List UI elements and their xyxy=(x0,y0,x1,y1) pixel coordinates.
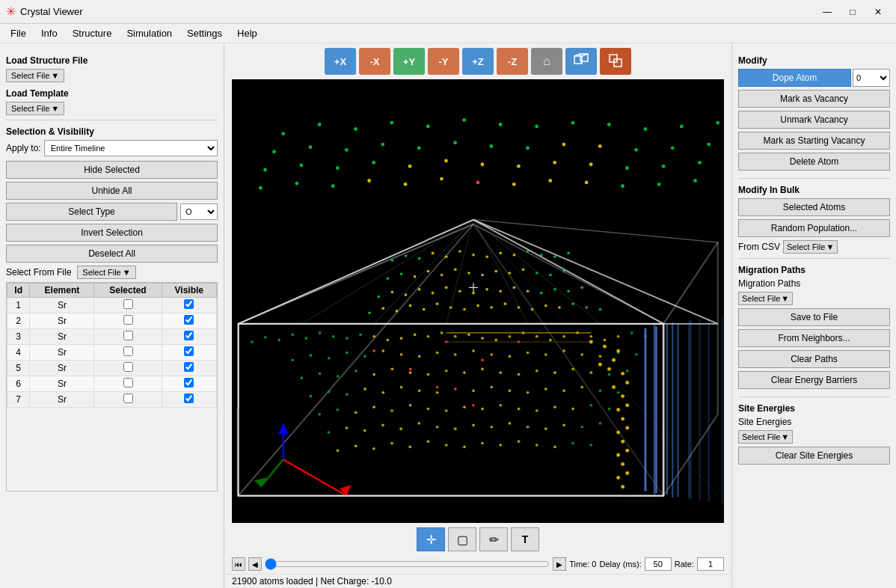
svg-point-240 xyxy=(432,252,435,255)
menu-help[interactable]: Help xyxy=(230,26,265,40)
selected-checkbox[interactable] xyxy=(123,378,133,388)
svg-point-265 xyxy=(377,295,380,298)
ortho-button[interactable] xyxy=(600,48,631,75)
svg-point-264 xyxy=(562,270,565,273)
select-from-file-button[interactable]: Select File ▼ xyxy=(77,266,135,279)
status-bar: 21900 atoms loaded | Net Charge: -10.0 xyxy=(224,574,731,588)
draw-tool-button[interactable]: ✏ xyxy=(479,527,508,551)
invert-selection-button[interactable]: Invert Selection xyxy=(6,224,218,242)
visible-checkbox[interactable] xyxy=(184,378,194,388)
visible-checkbox[interactable] xyxy=(184,393,194,403)
menu-structure[interactable]: Structure xyxy=(65,26,120,40)
migration-file-button[interactable]: Select File ▼ xyxy=(738,292,793,305)
random-population-button[interactable]: Random Population... xyxy=(738,219,890,237)
perspective-button[interactable] xyxy=(565,48,597,75)
select-tool-button[interactable]: ✛ xyxy=(417,527,445,551)
svg-point-8 xyxy=(318,123,322,126)
site-energies-section-label: Site Energies xyxy=(738,403,890,414)
crystal-viewer[interactable] xyxy=(232,79,724,523)
pos-y-button[interactable]: +Y xyxy=(393,48,425,75)
dope-atom-button[interactable]: Dope Atom xyxy=(738,69,851,87)
from-csv-file-button[interactable]: Select File ▼ xyxy=(783,240,838,254)
deselect-all-button[interactable]: Deselect All xyxy=(6,245,218,263)
pos-x-button[interactable]: +X xyxy=(325,48,356,75)
dope-atom-select[interactable]: 0 1 2 xyxy=(853,69,890,87)
svg-point-207 xyxy=(463,446,466,449)
svg-point-90 xyxy=(413,333,416,336)
svg-point-310 xyxy=(616,408,620,411)
svg-point-38 xyxy=(444,159,448,162)
svg-point-33 xyxy=(263,168,267,172)
svg-point-142 xyxy=(518,373,521,376)
timeline-slider[interactable] xyxy=(265,558,550,570)
hide-selected-button[interactable]: Hide Selected xyxy=(6,161,218,179)
svg-point-121 xyxy=(490,353,493,356)
visible-checkbox[interactable] xyxy=(184,362,194,372)
menu-settings[interactable]: Settings xyxy=(179,26,230,40)
site-energies-file-button[interactable]: Select File ▼ xyxy=(738,430,793,444)
delay-input[interactable] xyxy=(645,557,672,571)
visible-checkbox[interactable] xyxy=(184,346,194,356)
svg-point-205 xyxy=(427,440,430,443)
svg-point-214 xyxy=(589,444,592,447)
svg-point-119 xyxy=(454,353,457,356)
neg-x-button[interactable]: -X xyxy=(359,48,390,75)
visible-checkbox[interactable] xyxy=(184,299,194,309)
text-tool-button[interactable]: T xyxy=(511,527,539,551)
svg-point-19 xyxy=(716,121,719,125)
svg-point-178 xyxy=(518,408,521,411)
svg-point-185 xyxy=(346,426,349,429)
atom-table-scroll[interactable]: Id Element Selected Visible 1 Sr 2 Sr 3 xyxy=(6,282,218,491)
clear-paths-button[interactable]: Clear Paths xyxy=(738,350,890,368)
apply-to-dropdown[interactable]: Entire Timeline xyxy=(44,140,218,156)
visible-checkbox[interactable] xyxy=(184,331,194,340)
selected-checkbox[interactable] xyxy=(123,299,133,309)
selected-checkbox[interactable] xyxy=(123,346,133,356)
timeline-play-button[interactable]: ▶ xyxy=(553,557,566,571)
clear-energy-barriers-button[interactable]: Clear Energy Barriers xyxy=(738,371,890,389)
load-template-file-button[interactable]: Select File ▼ xyxy=(6,102,64,115)
home-button[interactable]: ⌂ xyxy=(531,48,562,75)
svg-point-49 xyxy=(367,179,371,183)
selected-checkbox[interactable] xyxy=(123,315,133,325)
maximize-button[interactable]: □ xyxy=(841,4,865,20)
close-button[interactable]: ✕ xyxy=(866,4,890,20)
svg-point-130 xyxy=(300,377,303,380)
neg-y-button[interactable]: -Y xyxy=(428,48,459,75)
minimize-button[interactable]: — xyxy=(815,4,839,20)
pos-z-button[interactable]: +Z xyxy=(462,48,494,75)
svg-point-101 xyxy=(562,335,565,338)
menu-file[interactable]: File xyxy=(3,26,34,40)
unhide-all-button[interactable]: Unhide All xyxy=(6,182,218,200)
timeline-rewind-button[interactable]: ⏮ xyxy=(232,557,245,571)
menu-simulation[interactable]: Simulation xyxy=(119,26,179,40)
neg-z-button[interactable]: -Z xyxy=(497,48,528,75)
mark-start-vacancy-button[interactable]: Mark as Starting Vacancy xyxy=(738,132,890,150)
svg-point-254 xyxy=(427,270,430,273)
delete-atom-button[interactable]: Delete Atom xyxy=(738,153,890,171)
mark-vacancy-button[interactable]: Mark as Vacancy xyxy=(738,90,890,108)
selected-atoms-button[interactable]: Selected Atoms xyxy=(738,198,890,216)
visible-checkbox[interactable] xyxy=(184,315,194,325)
cell-id: 7 xyxy=(7,392,30,408)
cell-selected xyxy=(94,329,162,345)
selected-checkbox[interactable] xyxy=(123,331,133,340)
svg-point-286 xyxy=(436,302,439,305)
save-to-file-button[interactable]: Save to File xyxy=(738,308,890,326)
cell-visible xyxy=(162,392,216,408)
box-tool-button[interactable]: ▢ xyxy=(448,527,476,551)
rate-input[interactable] xyxy=(697,557,724,571)
svg-point-196 xyxy=(544,427,547,430)
timeline-step-back-button[interactable]: ◀ xyxy=(248,557,262,571)
svg-point-16 xyxy=(607,123,611,126)
select-type-button[interactable]: Select Type xyxy=(6,203,177,221)
svg-point-57 xyxy=(657,183,661,186)
clear-site-energies-button[interactable]: Clear Site Energies xyxy=(738,447,890,465)
select-type-dropdown[interactable]: O Sr Ti xyxy=(180,203,218,220)
load-structure-file-button[interactable]: Select File ▼ xyxy=(6,69,64,82)
menu-info[interactable]: Info xyxy=(34,26,65,40)
selected-checkbox[interactable] xyxy=(123,393,133,403)
from-neighbors-button[interactable]: From Neighbors... xyxy=(738,329,890,347)
selected-checkbox[interactable] xyxy=(123,362,133,372)
unmark-vacancy-button[interactable]: Unmark Vacancy xyxy=(738,111,890,129)
